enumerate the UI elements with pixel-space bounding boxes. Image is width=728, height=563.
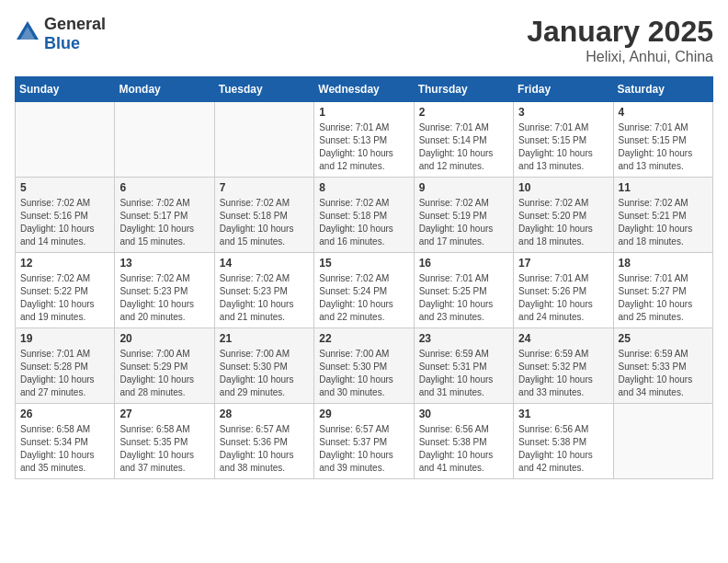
weekday-header-monday: Monday (115, 77, 214, 102)
calendar-cell: 26Sunrise: 6:58 AMSunset: 5:34 PMDayligh… (16, 404, 115, 479)
page-header: General Blue January 2025 Helixi, Anhui,… (15, 15, 713, 65)
calendar-cell (115, 102, 214, 178)
day-info: Sunrise: 6:56 AMSunset: 5:38 PMDaylight:… (518, 423, 608, 475)
calendar-cell: 5Sunrise: 7:02 AMSunset: 5:16 PMDaylight… (16, 178, 115, 253)
day-number: 20 (119, 332, 209, 345)
calendar-cell: 31Sunrise: 6:56 AMSunset: 5:38 PMDayligh… (514, 404, 613, 479)
day-number: 31 (518, 408, 608, 420)
calendar-cell: 13Sunrise: 7:02 AMSunset: 5:23 PMDayligh… (115, 253, 214, 328)
week-row-2: 5Sunrise: 7:02 AMSunset: 5:16 PMDaylight… (16, 178, 713, 253)
calendar-cell: 18Sunrise: 7:01 AMSunset: 5:27 PMDayligh… (613, 253, 712, 328)
day-number: 30 (419, 408, 508, 420)
calendar-cell: 1Sunrise: 7:01 AMSunset: 5:13 PMDaylight… (314, 102, 414, 178)
day-info: Sunrise: 7:02 AMSunset: 5:16 PMDaylight:… (20, 197, 109, 248)
day-number: 14 (220, 257, 309, 270)
day-number: 6 (119, 181, 209, 194)
day-info: Sunrise: 7:01 AMSunset: 5:14 PMDaylight:… (419, 121, 508, 173)
week-row-4: 19Sunrise: 7:01 AMSunset: 5:28 PMDayligh… (16, 328, 713, 404)
weekday-header-friday: Friday (514, 77, 613, 102)
week-row-3: 12Sunrise: 7:02 AMSunset: 5:22 PMDayligh… (16, 253, 713, 328)
day-info: Sunrise: 6:59 AMSunset: 5:33 PMDaylight:… (619, 348, 708, 399)
calendar-cell: 3Sunrise: 7:01 AMSunset: 5:15 PMDaylight… (514, 102, 613, 178)
day-number: 22 (319, 332, 408, 345)
weekday-header-row: SundayMondayTuesdayWednesdayThursdayFrid… (16, 77, 713, 102)
day-info: Sunrise: 7:00 AMSunset: 5:29 PMDaylight:… (119, 348, 209, 399)
calendar-cell: 21Sunrise: 7:00 AMSunset: 5:30 PMDayligh… (214, 328, 313, 404)
day-info: Sunrise: 7:01 AMSunset: 5:13 PMDaylight:… (319, 121, 408, 173)
calendar-cell: 29Sunrise: 6:57 AMSunset: 5:37 PMDayligh… (314, 404, 414, 479)
calendar-cell: 7Sunrise: 7:02 AMSunset: 5:18 PMDaylight… (214, 178, 313, 253)
calendar-cell: 27Sunrise: 6:58 AMSunset: 5:35 PMDayligh… (115, 404, 214, 479)
day-info: Sunrise: 7:00 AMSunset: 5:30 PMDaylight:… (319, 348, 408, 399)
day-number: 13 (119, 257, 209, 270)
day-number: 26 (20, 408, 109, 420)
day-number: 23 (419, 332, 508, 345)
calendar-cell: 12Sunrise: 7:02 AMSunset: 5:22 PMDayligh… (16, 253, 115, 328)
month-title: January 2025 (527, 15, 713, 49)
calendar-cell: 20Sunrise: 7:00 AMSunset: 5:29 PMDayligh… (115, 328, 214, 404)
day-number: 10 (518, 181, 608, 194)
calendar-cell: 22Sunrise: 7:00 AMSunset: 5:30 PMDayligh… (314, 328, 414, 404)
day-number: 8 (319, 181, 408, 194)
calendar-cell: 17Sunrise: 7:01 AMSunset: 5:26 PMDayligh… (514, 253, 613, 328)
calendar-cell (214, 102, 313, 178)
day-number: 28 (220, 408, 309, 420)
day-number: 4 (619, 106, 708, 119)
calendar-cell: 9Sunrise: 7:02 AMSunset: 5:19 PMDaylight… (414, 178, 513, 253)
calendar-cell: 14Sunrise: 7:02 AMSunset: 5:23 PMDayligh… (214, 253, 313, 328)
calendar-cell (16, 102, 115, 178)
calendar-cell (613, 404, 712, 479)
weekday-header-wednesday: Wednesday (314, 77, 414, 102)
day-info: Sunrise: 7:02 AMSunset: 5:21 PMDaylight:… (619, 197, 708, 248)
day-number: 15 (319, 257, 408, 270)
calendar-cell: 16Sunrise: 7:01 AMSunset: 5:25 PMDayligh… (414, 253, 513, 328)
day-number: 7 (220, 181, 309, 194)
day-number: 2 (419, 106, 508, 119)
calendar-table: SundayMondayTuesdayWednesdayThursdayFrid… (15, 76, 713, 479)
calendar-cell: 6Sunrise: 7:02 AMSunset: 5:17 PMDaylight… (115, 178, 214, 253)
day-number: 16 (419, 257, 508, 270)
day-number: 27 (119, 408, 209, 420)
day-info: Sunrise: 7:02 AMSunset: 5:17 PMDaylight:… (119, 197, 209, 248)
calendar-cell: 19Sunrise: 7:01 AMSunset: 5:28 PMDayligh… (16, 328, 115, 404)
day-info: Sunrise: 6:57 AMSunset: 5:36 PMDaylight:… (220, 423, 309, 475)
day-info: Sunrise: 6:59 AMSunset: 5:32 PMDaylight:… (518, 348, 608, 399)
week-row-5: 26Sunrise: 6:58 AMSunset: 5:34 PMDayligh… (16, 404, 713, 479)
day-info: Sunrise: 7:02 AMSunset: 5:19 PMDaylight:… (419, 197, 508, 248)
day-info: Sunrise: 6:57 AMSunset: 5:37 PMDaylight:… (319, 423, 408, 475)
day-number: 29 (319, 408, 408, 420)
day-info: Sunrise: 6:58 AMSunset: 5:35 PMDaylight:… (119, 423, 209, 475)
day-info: Sunrise: 7:02 AMSunset: 5:18 PMDaylight:… (319, 197, 408, 248)
calendar-cell: 8Sunrise: 7:02 AMSunset: 5:18 PMDaylight… (314, 178, 414, 253)
day-number: 5 (20, 181, 109, 194)
day-info: Sunrise: 7:00 AMSunset: 5:30 PMDaylight:… (220, 348, 309, 399)
day-info: Sunrise: 7:01 AMSunset: 5:15 PMDaylight:… (518, 121, 608, 173)
day-info: Sunrise: 7:01 AMSunset: 5:25 PMDaylight:… (419, 272, 508, 324)
weekday-header-tuesday: Tuesday (214, 77, 313, 102)
day-info: Sunrise: 7:01 AMSunset: 5:15 PMDaylight:… (619, 121, 708, 173)
calendar-cell: 25Sunrise: 6:59 AMSunset: 5:33 PMDayligh… (613, 328, 712, 404)
calendar-cell: 15Sunrise: 7:02 AMSunset: 5:24 PMDayligh… (314, 253, 414, 328)
day-info: Sunrise: 6:58 AMSunset: 5:34 PMDaylight:… (20, 423, 109, 475)
calendar-cell: 23Sunrise: 6:59 AMSunset: 5:31 PMDayligh… (414, 328, 513, 404)
day-number: 24 (518, 332, 608, 345)
day-info: Sunrise: 7:01 AMSunset: 5:27 PMDaylight:… (619, 272, 708, 324)
logo-icon (15, 19, 40, 49)
day-number: 17 (518, 257, 608, 270)
weekday-header-thursday: Thursday (414, 77, 513, 102)
weekday-header-saturday: Saturday (613, 77, 712, 102)
logo-general: General (44, 15, 106, 33)
day-number: 11 (619, 181, 708, 194)
day-number: 21 (220, 332, 309, 345)
calendar-cell: 10Sunrise: 7:02 AMSunset: 5:20 PMDayligh… (514, 178, 613, 253)
day-info: Sunrise: 7:01 AMSunset: 5:26 PMDaylight:… (518, 272, 608, 324)
day-info: Sunrise: 7:02 AMSunset: 5:24 PMDaylight:… (319, 272, 408, 324)
day-info: Sunrise: 7:02 AMSunset: 5:23 PMDaylight:… (220, 272, 309, 324)
logo: General Blue (15, 15, 106, 53)
day-number: 19 (20, 332, 109, 345)
logo-text: General Blue (44, 15, 106, 53)
day-info: Sunrise: 7:02 AMSunset: 5:18 PMDaylight:… (220, 197, 309, 248)
day-number: 1 (319, 106, 408, 119)
calendar-cell: 30Sunrise: 6:56 AMSunset: 5:38 PMDayligh… (414, 404, 513, 479)
day-number: 3 (518, 106, 608, 119)
